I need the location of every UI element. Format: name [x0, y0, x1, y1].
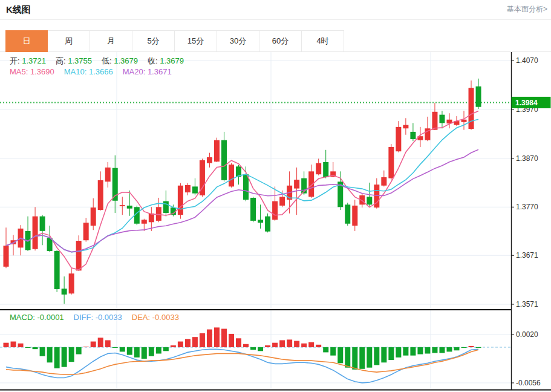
- candle: [272, 201, 278, 220]
- candle: [439, 115, 445, 123]
- macd-bar: [25, 347, 31, 348]
- tab-period-0[interactable]: 日: [5, 30, 48, 52]
- candle: [221, 140, 227, 180]
- candle: [207, 157, 212, 163]
- candle: [323, 162, 328, 177]
- macd-bar: [388, 347, 394, 360]
- ma-legend: MA5: 1.3690MA10: 1.3666MA20: 1.3671: [10, 67, 181, 76]
- candle: [476, 87, 481, 107]
- macd-bar: [4, 343, 9, 347]
- ohlc-legend: 开: 1.3721高: 1.3755低: 1.3679收: 1.3679: [10, 56, 194, 67]
- macd-bar: [287, 339, 292, 347]
- legend-item: DEA: -0.0033: [132, 313, 179, 322]
- candle: [149, 214, 154, 223]
- candle: [40, 217, 45, 231]
- candle: [69, 273, 74, 293]
- macd-bar: [439, 347, 445, 353]
- legend-item: 高: 1.3755: [56, 56, 92, 67]
- macd-bar: [156, 347, 161, 354]
- macd-bar: [337, 347, 343, 363]
- period-tabbar: 日周月5分15分30分60分4时: [5, 30, 344, 52]
- legend-item: MA10: 1.3666: [64, 67, 113, 76]
- legend-item: MACD: -0.0001: [10, 313, 64, 322]
- macd-bar: [185, 339, 191, 347]
- candle: [163, 201, 169, 213]
- tab-period-3[interactable]: 5分: [132, 30, 175, 52]
- tab-period-5[interactable]: 30分: [217, 30, 259, 52]
- tab-period-4[interactable]: 15分: [175, 30, 217, 52]
- macd-bar: [98, 338, 103, 347]
- macd-bar: [352, 347, 357, 370]
- macd-bar: [127, 347, 132, 355]
- macd-bar: [33, 347, 38, 349]
- macd-bar: [323, 347, 328, 352]
- macd-bar: [11, 342, 16, 347]
- candle: [33, 217, 38, 249]
- macd-bar: [258, 347, 263, 351]
- candle: [279, 197, 285, 206]
- macd-bar: [83, 347, 89, 347]
- axis-label: -0.0056: [516, 379, 541, 387]
- macd-bar: [410, 347, 416, 356]
- macd-bar: [432, 347, 437, 353]
- macd-bar: [243, 344, 249, 347]
- candle: [316, 163, 321, 175]
- macd-bar: [359, 347, 365, 369]
- macd-bar: [294, 341, 299, 347]
- last-price-badge-label: 1.3984: [515, 99, 538, 107]
- macd-bar: [316, 345, 321, 347]
- candle: [396, 127, 401, 151]
- tab-period-6[interactable]: 60分: [259, 30, 302, 52]
- macd-bar: [403, 347, 408, 356]
- macd-bar: [381, 347, 386, 362]
- tab-period-7[interactable]: 4时: [302, 30, 344, 52]
- macd-bar: [91, 342, 96, 347]
- axis-label: 1.3870: [516, 154, 538, 163]
- candle: [62, 289, 67, 295]
- macd-bar: [301, 344, 307, 347]
- candle: [192, 186, 198, 193]
- macd-bar: [207, 330, 212, 347]
- macd-panel-top-border: [0, 309, 512, 310]
- fundamental-analysis-link[interactable]: 基本面分析>: [507, 0, 547, 19]
- candle: [185, 185, 191, 192]
- macd-bar: [134, 347, 140, 358]
- candle: [142, 220, 147, 223]
- macd-bar: [417, 347, 423, 354]
- ma10-line: [6, 119, 478, 252]
- macd-bar: [469, 346, 474, 347]
- macd-bar: [272, 343, 278, 347]
- candle: [76, 241, 82, 270]
- tab-period-2[interactable]: 月: [90, 30, 132, 52]
- macd-bar: [200, 333, 205, 347]
- candle: [91, 207, 96, 226]
- page-title: K线图: [6, 0, 31, 19]
- candle: [403, 125, 408, 129]
- candle: [120, 205, 125, 206]
- macd-bar: [54, 347, 60, 368]
- macd-bar: [279, 340, 285, 347]
- macd-bar: [163, 347, 169, 351]
- tab-period-1[interactable]: 周: [48, 30, 90, 52]
- bottom-border: [0, 390, 551, 391]
- candle: [98, 180, 103, 210]
- macd-bar: [461, 347, 467, 348]
- candle: [178, 186, 183, 215]
- axis-label: 1.3671: [516, 251, 538, 260]
- ma20-line: [6, 149, 478, 252]
- macd-bar: [476, 347, 481, 348]
- candle: [294, 180, 299, 189]
- candle: [4, 246, 9, 267]
- macd-bar: [214, 327, 220, 347]
- legend-item: 开: 1.3721: [10, 56, 46, 67]
- macd-bar: [330, 347, 336, 356]
- candle: [345, 204, 350, 223]
- candle: [388, 147, 394, 178]
- candle: [410, 132, 416, 139]
- candle: [105, 168, 111, 181]
- macd-bar: [396, 347, 401, 358]
- candle: [214, 140, 220, 162]
- macd-bar: [345, 347, 350, 368]
- macd-bar: [142, 347, 147, 359]
- candle: [250, 198, 256, 221]
